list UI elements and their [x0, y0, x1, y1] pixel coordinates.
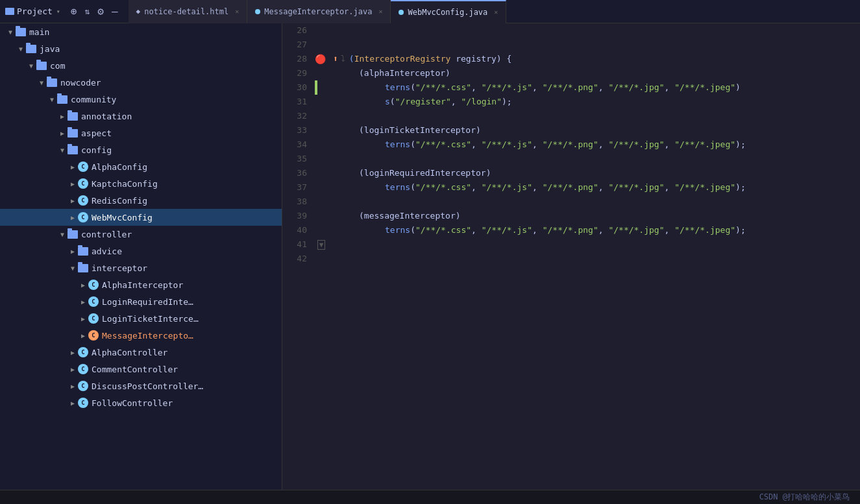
sidebar-item-loginrequired[interactable]: ▶ C LoginRequiredInte… [0, 293, 282, 310]
code-34-s3: "/**/*.png" [543, 138, 598, 152]
tab-webmvcconfig[interactable]: WebMvcConfig.java ✕ [391, 0, 506, 23]
sidebar-item-controller[interactable]: ▼ controller [0, 226, 282, 243]
sidebar-item-discusspost[interactable]: ▶ C DiscussPostController… [0, 378, 282, 394]
code-30-c4: , [665, 80, 675, 95]
code-40-s1: "/**/*.css" [415, 223, 471, 237]
tab-notice-close[interactable]: ✕ [235, 8, 239, 15]
tab-notice-detail[interactable]: ◆ notice-detail.html ✕ [129, 0, 248, 23]
code-34-p1: ( [410, 138, 415, 152]
sidebar-item-nowcoder[interactable]: ▼ nowcoder [0, 74, 282, 91]
project-label[interactable]: Project ▾ [5, 6, 60, 16]
label-alphacontroller: AlphaController [92, 348, 167, 357]
gutter-27 [315, 38, 328, 52]
code-line-31: s("/register", "/login"); [333, 95, 860, 109]
sidebar-item-main[interactable]: ▼ main [0, 23, 282, 40]
split-icon[interactable]: ⇅ [84, 6, 90, 16]
minimize-icon[interactable]: — [112, 5, 118, 18]
code-token-registry-fn: ( [349, 52, 354, 66]
gutter-37 [315, 180, 328, 195]
code-line-30: terns("/**/*.css", "/**/*.js", "/**/*.pn… [333, 80, 860, 95]
line-num-26: 26 [282, 23, 307, 38]
code-31-s1: "/register" [395, 95, 451, 109]
sidebar-item-redisconfig[interactable]: ▶ C RedisConfig [0, 192, 282, 209]
code-39-var: messageInterceptor [364, 209, 456, 223]
code-37-p2: ); [735, 180, 746, 195]
arrow-java: ▼ [16, 45, 26, 53]
sidebar-item-com[interactable]: ▼ com [0, 57, 282, 74]
tab-messageinterceptor-close[interactable]: ✕ [378, 8, 382, 15]
tabs-bar: ◆ notice-detail.html ✕ MessageIntercepto… [129, 0, 855, 23]
sidebar-item-alphacontroller[interactable]: ▶ C AlphaController [0, 344, 282, 361]
gutter-41[interactable]: ▼ [315, 237, 328, 252]
code-40-p1: ( [410, 223, 415, 237]
sidebar-item-followcontroller[interactable]: ▶ C FollowController [0, 394, 282, 411]
gutter-26 [315, 23, 328, 38]
class-icon-loginticket: C [88, 313, 99, 324]
label-aspect: aspect [81, 128, 112, 138]
sidebar-item-kaptchaconfig[interactable]: ▶ C KaptchaConfig [0, 175, 282, 192]
sidebar-item-advice[interactable]: ▶ advice [0, 243, 282, 259]
settings-icon[interactable]: ⚙ [97, 5, 104, 18]
code-36-var: loginRequiredInterceptor [364, 166, 486, 180]
globe-icon[interactable]: ⊕ [71, 5, 77, 18]
arrow-advice: ▶ [68, 248, 78, 255]
label-followcontroller: FollowController [92, 398, 173, 408]
code-31-s2: "/login" [461, 95, 502, 109]
sidebar-item-aspect[interactable]: ▶ aspect [0, 125, 282, 141]
sidebar-item-messageinterceptor[interactable]: ▶ C MessageIntercepto… [0, 327, 282, 344]
code-33-p2: ) [476, 123, 481, 138]
status-bar: CSDN @打哈哈哈的小菜鸟 [0, 490, 860, 504]
label-loginticket: LoginTicketInterce… [102, 314, 199, 324]
code-line-26 [333, 23, 860, 38]
breakpoint-icon[interactable]: 🔴 [315, 54, 326, 64]
code-40-c3: , [598, 223, 609, 237]
sidebar-item-commentcontroller[interactable]: ▶ C CommentController [0, 361, 282, 378]
code-40-fn: terns [385, 223, 410, 237]
code-40-s3: "/**/*.png" [543, 223, 598, 237]
tab-webmvcconfig-close[interactable]: ✕ [494, 8, 498, 16]
code-line-36: (loginRequiredInterceptor) [333, 166, 860, 180]
gutter-29 [315, 66, 328, 80]
tab-messageinterceptor-label: MessageInterceptor.java [264, 7, 372, 16]
code-30-c2: , [532, 80, 543, 95]
code-37-s3: "/**/*.png" [543, 180, 598, 195]
sidebar-item-community[interactable]: ▼ community [0, 91, 282, 108]
code-29-close: ) [445, 66, 450, 80]
tab-messageinterceptor-dot [255, 9, 260, 14]
label-config: config [81, 145, 112, 155]
line-num-34: 34 [282, 138, 307, 152]
code-40-s5: "/**/*.jpeg" [674, 223, 735, 237]
arrow-com: ▼ [26, 62, 36, 69]
sidebar-item-java[interactable]: ▼ java [0, 40, 282, 57]
arrow-discusspost: ▶ [68, 383, 78, 390]
sidebar-item-interceptor[interactable]: ▼ interceptor [0, 259, 282, 276]
sidebar-item-loginticket[interactable]: ▶ C LoginTicketInterce… [0, 310, 282, 327]
sidebar-item-annotation[interactable]: ▶ annotation [0, 108, 282, 125]
fold-icon[interactable]: ▼ [317, 240, 326, 250]
arrow-webmvcconfig: ▶ [68, 214, 78, 221]
folder-icon-controller [68, 230, 78, 239]
arrow-alphacontroller: ▶ [68, 349, 78, 356]
sidebar-item-config[interactable]: ▼ config [0, 141, 282, 158]
label-alphaconfig: AlphaConfig [92, 162, 147, 172]
code-line-41 [333, 237, 860, 252]
code-area[interactable]: 26 27 28 29 30 31 32 33 34 35 36 37 38 3… [282, 23, 860, 490]
label-kaptchaconfig: KaptchaConfig [92, 179, 158, 189]
label-loginrequired: LoginRequiredInte… [102, 297, 193, 307]
gutter: 🔴 [315, 23, 328, 490]
sidebar-item-alphainterceptor[interactable]: ▶ C AlphaInterceptor [0, 276, 282, 293]
title-bar: Project ▾ ⊕ ⇅ ⚙ — ◆ notice-detail.html ✕… [0, 0, 860, 23]
code-34-fn: terns [385, 138, 410, 152]
folder-icon-main [16, 28, 26, 36]
code-line-34: terns("/**/*.css", "/**/*.js", "/**/*.pn… [333, 138, 860, 152]
code-34-s4: "/**/*.jpg" [608, 138, 664, 152]
code-37-s4: "/**/*.jpg" [608, 180, 664, 195]
code-30-s2: "/**/*.js" [482, 80, 532, 95]
sidebar-item-webmvcconfig[interactable]: ▶ C WebMvcConfig [0, 209, 282, 226]
code-line-29: (alphaInterceptor) [333, 66, 860, 80]
code-40-s2: "/**/*.js" [482, 223, 532, 237]
gutter-28[interactable]: 🔴 [315, 52, 328, 66]
sidebar-item-alphaconfig[interactable]: ▶ C AlphaConfig [0, 158, 282, 175]
tab-messageinterceptor[interactable]: MessageInterceptor.java ✕ [247, 0, 391, 23]
code-37-s1: "/**/*.css" [415, 180, 471, 195]
